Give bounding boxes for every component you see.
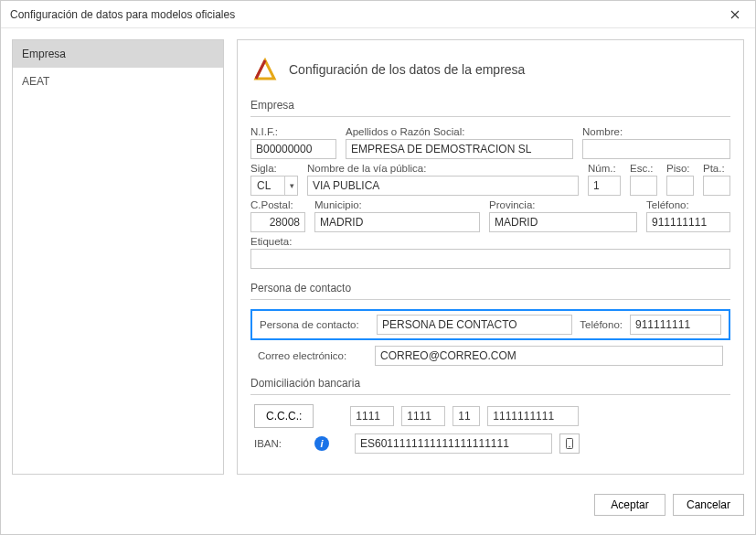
etiqueta-input[interactable] [250,249,730,269]
cpostal-input[interactable] [250,212,305,232]
nif-label: N.I.F.: [250,126,336,137]
ccc2-input[interactable] [401,406,445,426]
ccc-button[interactable]: C.C.C.: [254,404,314,428]
iban-input[interactable] [355,433,552,454]
num-input[interactable] [588,176,621,196]
panel-header: Configuración de los datos de la empresa [250,55,730,84]
info-icon[interactable]: i [314,436,329,451]
provincia-label: Provincia: [489,199,637,210]
iban-label: IBAN: [254,438,307,449]
main-panel: Configuración de los datos de la empresa… [237,39,744,475]
close-button[interactable] [714,1,755,28]
sidebar-item-aeat[interactable]: AEAT [13,68,223,95]
municipio-label: Municipio: [314,199,480,210]
ccc4-input[interactable] [487,406,579,426]
provincia-input[interactable] [489,212,637,232]
nombre-input[interactable] [582,139,730,159]
accept-button[interactable]: Aceptar [594,494,665,516]
nombre-label: Nombre: [582,126,730,137]
nif-input[interactable] [250,139,336,159]
ccc-label: C.C.C.: [266,410,302,423]
titlebar: Configuración de datos para modelos ofic… [1,1,755,28]
contacto-highlight: Persona de contacto: Teléfono: [250,309,730,340]
section-title-banco: Domiciliación bancaria [250,377,730,395]
section-title-empresa: Empresa [250,99,730,117]
window-title: Configuración de datos para modelos ofic… [10,8,235,21]
body: Empresa AEAT Configuración de los datos … [1,28,755,486]
esc-label: Esc.: [630,163,657,174]
sigla-label: Sigla: [250,163,298,174]
contacto-telefono-label: Teléfono: [580,319,623,330]
sidebar: Empresa AEAT [12,39,224,475]
close-icon [730,10,740,19]
sidebar-item-empresa[interactable]: Empresa [13,40,223,68]
persona-label: Persona de contacto: [260,319,369,330]
pta-input[interactable] [703,176,730,196]
etiqueta-label: Etiqueta: [250,236,730,247]
iban-lookup-button[interactable] [559,433,580,454]
apellidos-label: Apellidos o Razón Social: [346,126,573,137]
piso-input[interactable] [666,176,694,196]
footer: Aceptar Cancelar [1,486,755,524]
correo-input[interactable] [375,346,723,366]
cancel-button[interactable]: Cancelar [673,494,744,516]
municipio-input[interactable] [314,212,480,232]
panel-title: Configuración de los datos de la empresa [289,62,525,77]
cpostal-label: C.Postal: [250,199,305,210]
sidebar-item-label: AEAT [22,75,49,88]
svg-point-1 [569,446,570,448]
device-icon [566,438,573,449]
esc-input[interactable] [630,176,657,196]
persona-input[interactable] [377,315,572,335]
via-label: Nombre de la vía pública: [307,163,579,174]
sigla-value: CL [257,179,271,192]
piso-label: Piso: [666,163,694,174]
sidebar-item-label: Empresa [22,48,66,60]
ccc3-input[interactable] [453,406,480,426]
pta-label: Pta.: [703,163,730,174]
via-input[interactable] [307,176,579,196]
apellidos-input[interactable] [346,139,573,159]
aeat-logo-icon [250,55,280,84]
sigla-select[interactable]: CL ▾ [250,176,298,196]
telefono-input[interactable] [646,212,730,232]
section-title-contacto: Persona de contacto [250,282,730,300]
contacto-telefono-input[interactable] [630,315,721,335]
num-label: Núm.: [588,163,621,174]
telefono-label: Teléfono: [646,199,730,210]
chevron-down-icon: ▾ [284,177,294,195]
correo-label: Correo electrónico: [258,350,367,361]
ccc1-input[interactable] [350,406,394,426]
